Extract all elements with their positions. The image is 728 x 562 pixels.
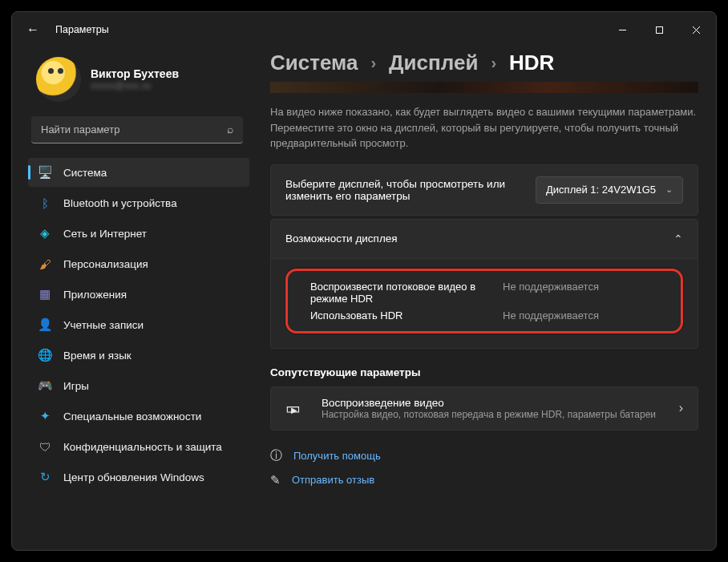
- sidebar-item-7[interactable]: 🎮Игры: [28, 371, 249, 400]
- nav-icon: 🌐: [38, 348, 52, 362]
- sidebar-item-label: Учетные записи: [63, 319, 144, 331]
- nav-icon: 👤: [38, 317, 52, 332]
- help-label: Получить помощь: [293, 450, 381, 462]
- nav-icon: ◈: [38, 226, 52, 241]
- sidebar-item-label: Специальные возможности: [63, 410, 201, 423]
- sidebar-item-6[interactable]: 🌐Время и язык: [28, 341, 249, 370]
- chevron-down-icon: ⌄: [665, 184, 673, 195]
- crumb-hdr: HDR: [509, 51, 554, 75]
- sidebar-item-9[interactable]: 🛡Конфиденциальность и защита: [28, 432, 249, 461]
- chevron-right-icon: ›: [491, 54, 496, 72]
- card-title: Воспроизведение видео: [322, 397, 665, 409]
- nav-icon: 🖌: [38, 257, 52, 271]
- profile-email: xxxxx@xxx.xx: [91, 80, 179, 91]
- main-content: Система › Дисплей › HDR На видео ниже по…: [253, 47, 716, 550]
- video-preview: [270, 82, 698, 93]
- titlebar: ← Параметры: [12, 12, 716, 47]
- sidebar-item-label: Игры: [63, 380, 89, 392]
- sidebar-item-label: Центр обновления Windows: [63, 471, 204, 483]
- use-hdr-label: Использовать HDR: [310, 309, 495, 321]
- close-button[interactable]: [677, 17, 714, 42]
- display-select-prompt: Выберите дисплей, чтобы просмотреть или …: [285, 178, 526, 202]
- svg-rect-1: [656, 26, 662, 33]
- use-hdr-value: Не поддерживается: [503, 309, 658, 321]
- stream-hdr-value: Не поддерживается: [503, 281, 658, 305]
- nav-icon: ✦: [38, 409, 52, 423]
- sidebar-item-label: Время и язык: [63, 350, 131, 362]
- settings-window: ← Параметры Виктор Бухтеев xxxxx@xxx.xx …: [11, 11, 717, 551]
- sidebar-item-label: Bluetooth и устройства: [63, 197, 177, 209]
- sidebar-item-4[interactable]: ▦Приложения: [28, 280, 249, 309]
- stream-hdr-label: Воспроизвести потоковое видео в режиме H…: [310, 281, 495, 305]
- nav-icon: ▦: [38, 287, 52, 301]
- chevron-right-icon: ›: [370, 54, 376, 72]
- card-subtitle: Настройка видео, потоковая передача в ре…: [322, 409, 665, 420]
- related-title: Сопутствующие параметры: [270, 366, 698, 378]
- display-dropdown[interactable]: Дисплей 1: 24V2W1G5 ⌄: [536, 176, 683, 204]
- search: ⌕: [31, 116, 243, 144]
- feedback-label: Отправить отзыв: [292, 474, 374, 486]
- sidebar-item-label: Сеть и Интернет: [63, 228, 147, 240]
- search-icon: ⌕: [227, 123, 233, 135]
- capabilities-expander[interactable]: Возможности дисплея ⌃: [270, 219, 698, 259]
- crumb-display[interactable]: Дисплей: [389, 51, 478, 75]
- search-input[interactable]: [31, 116, 243, 144]
- sidebar-item-5[interactable]: 👤Учетные записи: [28, 310, 249, 339]
- profile[interactable]: Виктор Бухтеев xxxxx@xxx.xx: [28, 57, 249, 102]
- window-title: Параметры: [55, 24, 109, 35]
- display-dropdown-value: Дисплей 1: 24V2W1G5: [546, 184, 656, 196]
- sidebar-item-3[interactable]: 🖌Персонализация: [28, 249, 249, 278]
- hdr-capabilities-highlight: Воспроизвести потоковое видео в режиме H…: [285, 269, 683, 334]
- nav-icon: ↻: [38, 470, 52, 484]
- sidebar-item-label: Система: [63, 167, 107, 179]
- capabilities-body: Воспроизвести потоковое видео в режиме H…: [270, 259, 698, 349]
- help-icon: ⓘ: [270, 448, 282, 463]
- back-button[interactable]: ←: [26, 22, 39, 37]
- profile-name: Виктор Бухтеев: [91, 67, 179, 80]
- description-text: На видео ниже показано, как будет выгляд…: [270, 104, 698, 152]
- video-playback-card[interactable]: ▭▶ Воспроизведение видео Настройка видео…: [270, 386, 698, 431]
- capabilities-title: Возможности дисплея: [285, 232, 398, 245]
- sidebar: Виктор Бухтеев xxxxx@xxx.xx ⌕ 🖥️Системаᛒ…: [12, 47, 253, 550]
- video-icon: ▭▶: [285, 398, 307, 418]
- chevron-up-icon: ⌃: [673, 232, 683, 245]
- sidebar-item-0[interactable]: 🖥️Система: [28, 158, 249, 187]
- nav-icon: 🖥️: [38, 165, 52, 180]
- feedback-link[interactable]: ✎ Отправить отзыв: [270, 473, 698, 487]
- feedback-icon: ✎: [270, 473, 281, 487]
- sidebar-item-10[interactable]: ↻Центр обновления Windows: [28, 463, 249, 491]
- crumb-system[interactable]: Система: [270, 51, 358, 75]
- chevron-right-icon: ›: [679, 401, 683, 415]
- help-link[interactable]: ⓘ Получить помощь: [270, 448, 698, 463]
- maximize-button[interactable]: [641, 17, 677, 42]
- sidebar-item-label: Конфиденциальность и защита: [63, 441, 222, 453]
- minimize-button[interactable]: [604, 17, 641, 42]
- nav-icon: 🛡: [38, 439, 52, 454]
- avatar: [36, 57, 81, 102]
- display-selector-panel: Выберите дисплей, чтобы просмотреть или …: [270, 164, 698, 216]
- sidebar-item-8[interactable]: ✦Специальные возможности: [28, 402, 249, 431]
- nav-icon: ᛒ: [38, 196, 52, 210]
- sidebar-item-2[interactable]: ◈Сеть и Интернет: [28, 219, 249, 248]
- sidebar-item-label: Приложения: [63, 289, 127, 301]
- breadcrumb: Система › Дисплей › HDR: [270, 51, 698, 75]
- sidebar-item-1[interactable]: ᛒBluetooth и устройства: [28, 188, 249, 217]
- sidebar-item-label: Персонализация: [63, 258, 148, 270]
- nav-icon: 🎮: [38, 378, 52, 393]
